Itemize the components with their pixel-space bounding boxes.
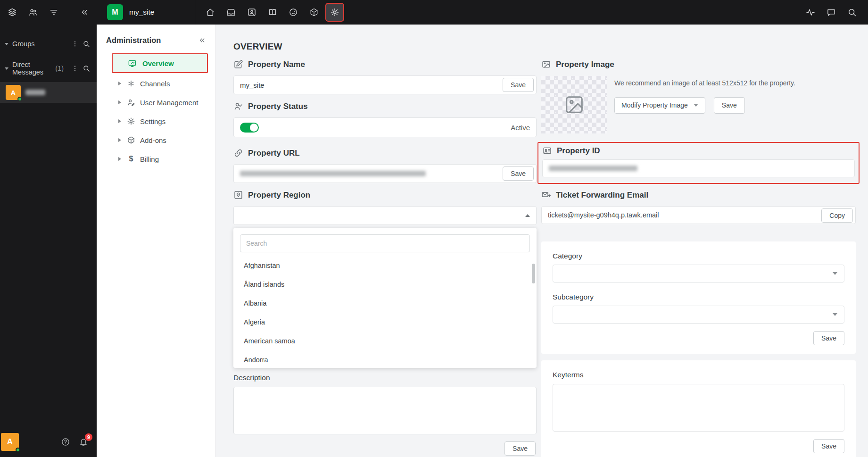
property-name-input[interactable] [240,81,457,89]
subcategory-label: Subcategory [553,293,844,301]
region-option[interactable]: Algeria [240,313,530,332]
status-toggle[interactable] [240,123,259,133]
image-icon [541,59,551,69]
property-url-header: Property URL [233,148,537,158]
property-region-select[interactable] [233,206,537,225]
region-option[interactable]: Afghanistan [240,256,530,275]
property-avatar: M [107,4,123,20]
knowledge-base-icon[interactable] [268,8,277,17]
category-card: Category Subcategory Save [541,241,856,354]
notifications-bell-icon[interactable]: 9 [79,437,88,447]
property-status-header: Property Status [233,101,537,111]
redacted-property-id-value [549,166,637,171]
channels-asterisk-icon [127,79,135,88]
admin-nav-user-management[interactable]: User Management [97,93,215,112]
save-button[interactable]: Save [504,441,536,456]
save-button[interactable]: Save [714,97,745,114]
chevron-down-icon [5,43,8,45]
collapse-panel-icon[interactable] [198,36,206,44]
admin-nav-settings[interactable]: Settings [97,112,215,131]
property-id-header: Property ID [542,146,855,156]
category-select[interactable] [553,265,844,283]
collapse-rail-icon[interactable] [80,8,89,17]
save-button[interactable]: Save [813,331,844,345]
mail-forward-icon [541,190,551,200]
activity-monitor-icon[interactable] [806,8,815,17]
search-icon[interactable] [847,8,857,17]
description-textarea[interactable] [233,387,537,434]
search-icon[interactable] [83,40,90,48]
rail-top-icons [0,0,97,25]
property-name: my_site [129,8,154,17]
save-button[interactable]: Save [503,78,534,92]
chevron-down-icon [833,313,837,316]
subcategory-select[interactable] [553,306,844,324]
property-image-placeholder[interactable] [541,76,607,133]
user-avatar[interactable]: A [1,433,19,451]
overview-monitor-icon [128,59,137,68]
kebab-menu-icon[interactable] [71,65,79,72]
link-icon [233,148,243,158]
region-option[interactable]: Albania [240,294,530,313]
admin-nav-addons[interactable]: Add-ons [97,131,215,150]
chevron-right-icon [118,100,121,104]
online-status-dot [16,448,20,452]
admin-nav-billing[interactable]: $ Billing [97,150,215,168]
groups-section-header[interactable]: Groups [0,35,97,53]
edit-pencil-icon [233,59,243,69]
direct-messages-header[interactable]: Direct Messages (1) [0,59,97,77]
admin-nav-channels[interactable]: Channels [97,74,215,93]
people-icon[interactable] [28,8,38,17]
region-option[interactable]: Andorra [240,350,530,368]
property-image-header: Property Image [541,59,856,69]
region-option[interactable]: Åland islands [240,275,530,294]
chevron-down-icon [833,272,837,275]
chevron-right-icon [118,157,121,161]
ticket-email-value: tickets@mysite-g09h4q.p.tawk.email [548,211,659,219]
settings-gear-icon[interactable] [330,8,339,17]
chevron-down-icon [694,104,698,107]
left-rail: Groups Direct Messages (1) A [0,0,97,457]
search-icon[interactable] [83,65,90,72]
administration-title: Administration [106,36,161,45]
filter-icon[interactable] [49,8,58,17]
redacted-url-value [240,171,426,176]
help-icon[interactable] [61,437,70,447]
messages-bubble-icon[interactable] [827,8,836,17]
settings-gear-highlight[interactable] [325,3,344,22]
chat-smiley-icon[interactable] [289,8,298,17]
keyterms-textarea[interactable] [553,384,844,432]
description-label: Description [233,374,537,382]
region-option[interactable]: American samoa [240,332,530,350]
property-id-field [542,159,855,177]
save-button[interactable]: Save [813,439,844,453]
top-bar: M my_site [97,0,868,25]
copy-button[interactable]: Copy [821,208,853,223]
region-search-input[interactable] [240,234,530,252]
property-switcher[interactable]: M my_site [97,4,195,20]
chevron-up-icon [525,214,530,217]
direct-message-item[interactable]: A [0,82,97,103]
ticket-email-field: tickets@mysite-g09h4q.p.tawk.email Copy [541,206,856,224]
top-right-icons [806,8,868,17]
kebab-menu-icon[interactable] [71,40,79,48]
property-region-header: Property Region [233,190,537,200]
settings-gear-icon [127,117,135,125]
addons-package-icon[interactable] [309,8,319,17]
admin-nav-overview[interactable]: Overview [112,53,208,73]
property-url-field: Save [233,164,537,183]
layers-icon[interactable] [8,8,17,17]
dollar-icon: $ [127,155,135,163]
direct-messages-label: Direct Messages [12,61,51,76]
contacts-icon[interactable] [247,8,256,17]
page-title: OVERVIEW [233,42,856,52]
ticket-forwarding-email-header: Ticket Forwarding Email [541,190,856,200]
scrollbar-thumb[interactable] [532,264,535,283]
save-button[interactable]: Save [503,166,534,181]
home-icon[interactable] [206,8,215,17]
inbox-icon[interactable] [226,8,236,17]
modify-property-image-button[interactable]: Modify Property Image [614,97,705,114]
keyterms-label: Keyterms [553,371,844,379]
image-placeholder-icon [563,94,585,116]
region-option-list: Afghanistan Åland islands Albania Algeri… [240,256,530,368]
